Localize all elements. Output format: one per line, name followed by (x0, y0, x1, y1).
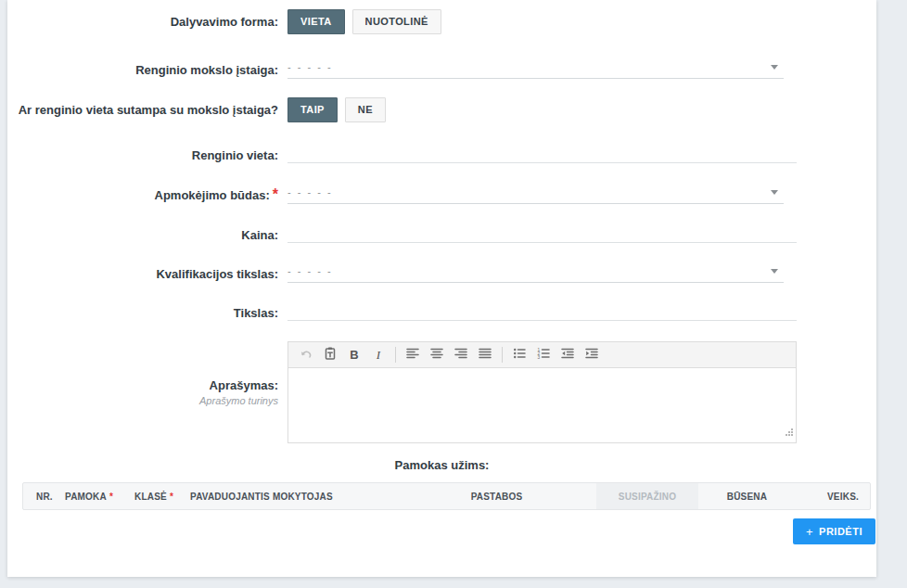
form-row-apmokejimo-budas: Apmokėjimo būdas:* - - - - - (7, 181, 876, 209)
form-row-kaina: Kaina: (7, 221, 876, 249)
apmokejimo-budas-select[interactable]: - - - - - (287, 186, 784, 204)
undo-button[interactable] (294, 344, 318, 366)
renginio-vieta-input[interactable] (287, 148, 797, 163)
outdent-button[interactable] (556, 344, 580, 366)
vieta-sutampa-toggle: TAIP NE (287, 97, 876, 122)
align-left-button[interactable] (401, 344, 425, 366)
paste-text-button[interactable] (318, 344, 342, 366)
aprasymas-label: Aprašymas: (7, 378, 278, 392)
align-center-button[interactable] (425, 344, 449, 366)
chevron-down-icon (771, 190, 778, 195)
italic-icon: I (377, 348, 380, 363)
resize-grip-icon[interactable] (786, 424, 794, 441)
toggle-taip[interactable]: TAIP (287, 97, 338, 122)
kaina-input[interactable] (287, 228, 797, 243)
kvalifikacijos-tikslas-label: Kvalifikacijos tikslas: (156, 267, 278, 281)
indent-icon (584, 346, 599, 364)
renginio-mokslo-istaiga-label: Renginio mokslo įstaiga: (135, 63, 278, 77)
list-ol-button[interactable]: 123 (531, 344, 556, 366)
form-row-renginio-mokslo-istaiga: Renginio mokslo įstaiga: - - - - - (7, 56, 876, 83)
column-header-pastabos: PASTABOS (397, 483, 596, 509)
required-asterisk: * (273, 186, 278, 202)
form-row-vieta-sutampa: Ar renginio vieta sutampa su mokslo įsta… (7, 96, 876, 122)
required-asterisk: * (170, 492, 173, 502)
editor-toolbar: B I 123 (288, 342, 796, 368)
bold-button[interactable]: B (342, 344, 366, 366)
table-actions-row: + PRIDĖTI (7, 518, 876, 544)
required-asterisk: * (109, 492, 113, 502)
renginio-vieta-label: Renginio vieta: (192, 148, 278, 162)
align-center-icon (429, 346, 444, 364)
form-row-kvalifikacijos-tikslas: Kvalifikacijos tikslas: - - - - - (7, 260, 876, 288)
vieta-sutampa-label: Ar renginio vieta sutampa su mokslo įsta… (19, 103, 278, 117)
plus-icon: + (806, 525, 813, 539)
indent-button[interactable] (580, 344, 604, 366)
chevron-down-icon (771, 269, 778, 274)
form-row-dalyvavimo-forma: Dalyvavimo forma: VIETA NUOTOLINĖ (7, 7, 876, 35)
tikslas-input[interactable] (287, 306, 797, 321)
column-header-nr: NR. (23, 483, 65, 509)
column-header-pavaduojantis-mokytojas: PAVADUOJANTIS MOKYTOJAS (190, 483, 397, 509)
align-justify-icon (478, 346, 492, 364)
align-justify-button[interactable] (473, 344, 497, 366)
paste-text-icon (323, 346, 338, 364)
align-right-button[interactable] (449, 344, 473, 366)
form-card: Dalyvavimo forma: VIETA NUOTOLINĖ Rengin… (7, 0, 876, 577)
rich-text-editor: B I 123 (287, 341, 797, 443)
kvalifikacijos-tikslas-select[interactable]: - - - - - (287, 265, 784, 283)
renginio-mokslo-istaiga-select[interactable]: - - - - - (287, 61, 784, 79)
kaina-label: Kaina: (241, 228, 278, 242)
lessons-table-header: NR. PAMOKA* KLASĖ* PAVADUOJANTIS MOKYTOJ… (22, 482, 871, 510)
aprasymas-editor-area[interactable] (288, 368, 796, 442)
chevron-down-icon (771, 65, 778, 70)
form-row-renginio-vieta: Renginio vieta: (7, 140, 876, 169)
aprasymas-sublabel: Aprašymo turinys (7, 395, 278, 406)
align-left-icon (405, 346, 420, 364)
column-header-busena: BŪSENA (698, 483, 796, 509)
bold-icon: B (350, 348, 358, 362)
column-header-pamoka: PAMOKA* (65, 483, 134, 509)
list-ol-icon: 123 (536, 346, 551, 364)
apmokejimo-budas-label: Apmokėjimo būdas: (155, 188, 270, 202)
toggle-vieta[interactable]: VIETA (287, 9, 345, 34)
list-ul-icon (512, 346, 527, 364)
form-row-aprasymas: Aprašymas: Aprašymo turinys B I 123 (7, 341, 876, 443)
select-value: - - - - - (287, 61, 333, 72)
tikslas-label: Tikslas: (234, 306, 278, 320)
lessons-table-title: Pamokas užims: (7, 458, 876, 472)
add-lesson-button-label: PRIDĖTI (819, 526, 862, 537)
align-right-icon (454, 346, 468, 364)
toggle-ne[interactable]: NE (345, 97, 386, 122)
list-ul-button[interactable] (507, 344, 531, 366)
column-header-susipazino: SUSIPAŽINO (596, 483, 698, 509)
form-row-tikslas: Tikslas: (7, 299, 876, 326)
dalyvavimo-forma-label: Dalyvavimo forma: (171, 15, 278, 29)
toolbar-separator (395, 347, 396, 363)
toggle-nuotoline[interactable]: NUOTOLINĖ (352, 9, 441, 34)
toolbar-separator (502, 347, 503, 363)
select-value: - - - - - (287, 186, 333, 198)
dalyvavimo-forma-toggle: VIETA NUOTOLINĖ (287, 9, 876, 34)
italic-button[interactable]: I (366, 344, 390, 366)
outdent-icon (560, 346, 575, 364)
column-header-veiks: VEIKS. (796, 483, 870, 509)
column-header-klase: KLASĖ* (134, 483, 190, 509)
add-lesson-button[interactable]: + PRIDĖTI (793, 518, 875, 544)
undo-icon (299, 346, 313, 364)
svg-text:3: 3 (538, 355, 541, 360)
select-value: - - - - - (287, 265, 333, 276)
